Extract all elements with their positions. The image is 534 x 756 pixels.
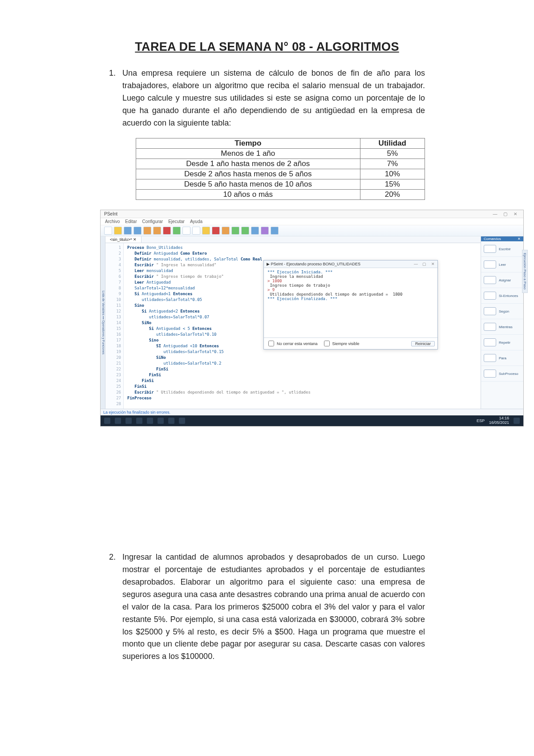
escribir-icon: [484, 245, 496, 253]
menu-configurar[interactable]: Configurar: [142, 219, 163, 224]
menu-bar: Archivo Editar Configurar Ejecutar Ayuda: [101, 218, 523, 225]
menu-archivo[interactable]: Archivo: [105, 219, 120, 224]
cmd-mientras[interactable]: Mientras: [481, 319, 523, 335]
taskview-icon[interactable]: [125, 418, 132, 424]
toolbar-button[interactable]: [173, 227, 181, 235]
left-sidebar[interactable]: Lista de Variables ••• Operadores y Func…: [101, 236, 105, 409]
taskbar-app-icon[interactable]: [147, 418, 153, 424]
toolbar-button[interactable]: [251, 227, 259, 235]
taskbar-app-icon[interactable]: [158, 418, 164, 424]
toolbar-button[interactable]: [222, 227, 230, 235]
cmd-escribir[interactable]: Escribir: [481, 241, 523, 257]
popup-maximize-icon[interactable]: ▢: [422, 262, 426, 266]
toolbar: [101, 225, 523, 236]
toolbar-button[interactable]: [124, 227, 132, 235]
q2-body: Ingresar la cantidad de alumnos aprobado…: [122, 551, 425, 663]
menu-editar[interactable]: Editar: [125, 219, 137, 224]
segun-icon: [484, 307, 496, 315]
mientras-icon: [484, 323, 496, 331]
cmd-si-entonces[interactable]: Si-Entonces: [481, 288, 523, 304]
popup-close-icon[interactable]: ✕: [431, 262, 435, 266]
toolbar-button[interactable]: [241, 227, 249, 235]
taskbar-app-icon[interactable]: [179, 418, 185, 424]
search-icon[interactable]: [115, 418, 121, 424]
app-title: PSeInt: [104, 211, 117, 216]
q1-number: 1.: [109, 67, 122, 129]
windows-taskbar: ESP 14:16 16/05/2021: [101, 415, 523, 426]
minimize-icon[interactable]: —: [490, 211, 499, 216]
popup-console: *** Ejecución Iniciada. *** Ingrese la m…: [264, 268, 437, 337]
notifications-icon[interactable]: [514, 418, 520, 424]
menu-ayuda[interactable]: Ayuda: [190, 219, 202, 224]
taskbar-clock[interactable]: 14:16 16/05/2021: [489, 416, 509, 425]
question-2: 2. Ingresar la cantidad de alumnos aprob…: [109, 551, 425, 663]
editor-area: <sin_titulo>* ✕ 1 2 3 4 5 6 7 8 9 10 11 …: [105, 236, 481, 409]
toolbar-button[interactable]: [134, 227, 142, 235]
toolbar-button[interactable]: [192, 227, 200, 235]
commands-header: Comandos: [484, 237, 501, 241]
utilities-table: Tiempo Utilidad Menos de 1 año5% Desde 1…: [136, 138, 425, 200]
q1-body: Una empresa requiere un sistema de cálcu…: [122, 67, 425, 129]
question-1: 1. Una empresa requiere un sistema de cá…: [109, 67, 425, 129]
th-tiempo: Tiempo: [136, 138, 360, 149]
page-title: TAREA DE LA SEMANA N° 08 - ALGORITMOS: [109, 40, 425, 54]
start-icon[interactable]: [104, 418, 110, 424]
toolbar-button[interactable]: [271, 227, 279, 235]
toolbar-button[interactable]: [163, 227, 171, 235]
table-row: Menos de 1 año5%: [136, 149, 425, 159]
commands-panel: Comandos ✕ Escribir Leer Asignar Si-Ento…: [481, 236, 523, 409]
toolbar-button[interactable]: [212, 227, 220, 235]
th-utilidad: Utilidad: [360, 138, 425, 149]
chk-siempre-visible[interactable]: Siempre visible: [322, 339, 360, 348]
close-icon[interactable]: ✕: [511, 211, 520, 216]
cmd-repetir[interactable]: Repetir: [481, 335, 523, 350]
toolbar-button[interactable]: [261, 227, 269, 235]
cmd-segun[interactable]: Según: [481, 304, 523, 319]
popup-minimize-icon[interactable]: —: [414, 262, 418, 266]
toolbar-button[interactable]: [231, 227, 239, 235]
subproceso-icon: [484, 370, 496, 378]
menu-ejecutar[interactable]: Ejecutar: [168, 219, 185, 224]
leer-icon: [484, 260, 496, 268]
status-bar: La ejecución ha finalizado sin errores.: [101, 409, 523, 415]
taskbar-app-icon[interactable]: [136, 418, 142, 424]
commands-close-icon[interactable]: ✕: [518, 237, 521, 241]
asignar-icon: [484, 276, 496, 284]
execution-popup: ▶ PSeInt - Ejecutando proceso BONO_UTILI…: [263, 260, 438, 350]
pseint-window: PSeInt — ▢ ✕ Archivo Editar Configurar E…: [100, 210, 524, 427]
toolbar-button[interactable]: [153, 227, 161, 235]
cmd-asignar[interactable]: Asignar: [481, 272, 523, 288]
para-icon: [484, 354, 496, 362]
reiniciar-button[interactable]: Reiniciar: [411, 341, 435, 346]
chk-no-cerrar[interactable]: No cerrar esta ventana: [267, 339, 318, 348]
table-row: Desde 1 año hasta menos de 2 años7%: [136, 159, 425, 169]
toolbar-button[interactable]: [114, 227, 122, 235]
line-gutter: 1 2 3 4 5 6 7 8 9 10 11 12 13 14 15 16 1…: [105, 243, 124, 409]
taskbar-app-icon[interactable]: [168, 418, 174, 424]
maximize-icon[interactable]: ▢: [501, 211, 510, 216]
q2-number: 2.: [109, 551, 122, 663]
table-row: Desde 2 años hasta menos de 5 años10%: [136, 169, 425, 179]
toolbar-button[interactable]: [104, 227, 112, 235]
tray-lang[interactable]: ESP: [477, 419, 485, 423]
toolbar-button[interactable]: [182, 227, 190, 235]
right-side-tab[interactable]: Ejecución Paso a Paso: [522, 250, 528, 293]
cmd-leer[interactable]: Leer: [481, 257, 523, 272]
si-entonces-icon: [484, 292, 496, 300]
toolbar-button[interactable]: [202, 227, 210, 235]
cmd-subproceso[interactable]: SubProceso: [481, 366, 523, 382]
toolbar-button[interactable]: [143, 227, 151, 235]
table-row: 10 años o más20%: [136, 190, 425, 200]
table-row: Desde 5 año hasta menos de 10 años15%: [136, 179, 425, 190]
cmd-para[interactable]: Para: [481, 350, 523, 366]
popup-title-text: ▶ PSeInt - Ejecutando proceso BONO_UTILI…: [267, 262, 360, 266]
repetir-icon: [484, 338, 496, 346]
editor-tab[interactable]: <sin_titulo>* ✕: [105, 236, 142, 243]
